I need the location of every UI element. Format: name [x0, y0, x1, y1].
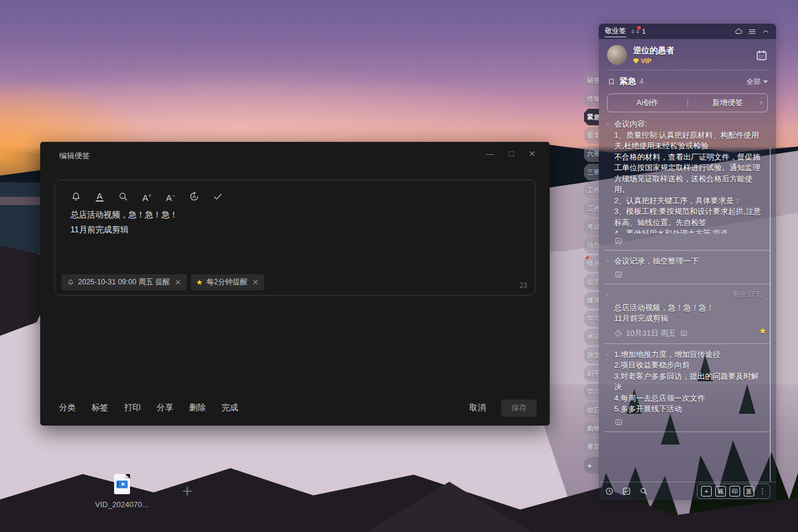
- dialog-footer: 分类标签打印分享删除完成 取消 保存: [59, 399, 537, 417]
- note-content[interactable]: 总店活动视频，急！急！急！11月前完成剪辑: [55, 202, 535, 237]
- filter-dropdown[interactable]: 全部: [747, 77, 768, 87]
- char-count: 23: [520, 281, 527, 290]
- note-alarm-row: [614, 236, 762, 245]
- category-tab-单词[interactable]: 单词: [584, 329, 599, 345]
- category-tab-工作[interactable]: 工作: [584, 182, 599, 199]
- add-category-tab[interactable]: +: [584, 457, 599, 473]
- close-button[interactable]: ✕: [528, 148, 536, 159]
- reminder-alarm-icon: [614, 270, 623, 279]
- calculator-button[interactable]: 算: [744, 486, 754, 497]
- category-tab-传输[interactable]: 传输: [584, 90, 599, 107]
- repeat-reminder-chip[interactable]: ★每2分钟提醒✕: [191, 274, 264, 290]
- toolbar-button-group: +账印算⋮: [697, 484, 770, 499]
- tab-label: 六班: [587, 150, 599, 158]
- more-options-icon[interactable]: ⋮: [759, 487, 766, 495]
- search-icon[interactable]: [639, 486, 648, 496]
- category-tab-购物[interactable]: 购物: [584, 420, 599, 437]
- font-decrease-icon[interactable]: A−: [165, 191, 176, 202]
- complete-button[interactable]: 完成: [222, 403, 238, 413]
- category-count: 4: [640, 77, 644, 86]
- collapse-icon[interactable]: [761, 27, 770, 36]
- ai-create-button[interactable]: Ai创作: [608, 98, 687, 108]
- font-increase-icon[interactable]: A+: [141, 191, 153, 202]
- todo-checkbox-icon[interactable]: [622, 486, 631, 496]
- clock-icon: [614, 329, 622, 338]
- alarm-bell-icon[interactable]: [70, 191, 82, 202]
- menu-icon[interactable]: [748, 27, 757, 36]
- add-attachment-button[interactable]: +: [182, 482, 193, 500]
- remove-chip-icon[interactable]: ✕: [252, 278, 259, 287]
- note-text-line: 1.增加地推力度，增加宣传途径: [614, 349, 762, 361]
- cloud-sync-icon[interactable]: [734, 27, 743, 36]
- cancel-button[interactable]: 取消: [469, 403, 486, 413]
- category-tab-情感[interactable]: 情感: [584, 255, 599, 272]
- note-text-line: 工单位按国家规定取样进行试验。通知监理: [614, 163, 762, 174]
- new-note-button[interactable]: 新增便签: [688, 98, 768, 108]
- note-text-line: 会议记录，抽空整理一下: [614, 256, 762, 267]
- category-tab-秘密[interactable]: 秘密: [584, 72, 599, 89]
- panel-action-bar: Ai创作 新增便签 +: [607, 93, 768, 112]
- app-title[interactable]: 敬业签: [605, 26, 626, 37]
- category-tab-考试[interactable]: 考试: [584, 219, 599, 235]
- category-tab-旅游[interactable]: 旅游: [584, 347, 599, 364]
- category-tab-待办[interactable]: 待办: [584, 237, 599, 254]
- tag-button[interactable]: 标签: [92, 403, 108, 413]
- notes-panel: 敬业签 1 逆位的愚者 VIP 紧急 4 全部 Ai创作: [599, 24, 776, 500]
- share-button[interactable]: 分享: [157, 403, 173, 413]
- print-button[interactable]: 打印: [124, 403, 141, 413]
- print-button[interactable]: 印: [729, 486, 740, 497]
- tab-label: 剁手: [587, 369, 599, 378]
- play-icon: [116, 481, 128, 488]
- category-tab-紧急[interactable]: 紧急: [584, 109, 599, 125]
- note-item[interactable]: ·1.增加地推力度，增加宣传途径2.项目收益要稳步向前3.对老客户多多回访，提出…: [605, 344, 770, 432]
- note-item[interactable]: 剩余17天·总店活动视频，急！急！急！11月前完成剪辑10月31日 周五★: [605, 284, 770, 344]
- note-text-line: 关,杜绝使用未经检验或检验: [614, 141, 762, 152]
- category-tab-学习[interactable]: 学习: [584, 310, 599, 327]
- category-tab-健康[interactable]: 健康: [584, 292, 599, 309]
- star-icon: ★: [759, 326, 767, 336]
- category-tab-重要[interactable]: 重要: [584, 127, 599, 144]
- category-tab-学习[interactable]: 学习: [584, 384, 599, 400]
- star-icon: ★: [196, 278, 203, 286]
- account-book-button[interactable]: 账: [715, 486, 726, 497]
- tab-label: 假日: [587, 406, 599, 415]
- dialog-title: 编辑便签: [59, 151, 90, 161]
- confirm-check-icon[interactable]: [212, 191, 223, 202]
- timeline-clock-icon[interactable]: [605, 486, 614, 496]
- scrollbar[interactable]: [770, 148, 771, 482]
- reminder-alarm-icon: [614, 236, 623, 245]
- maximize-button[interactable]: □: [509, 148, 514, 159]
- category-tab-三班[interactable]: 三班: [584, 164, 599, 180]
- classify-button[interactable]: 分类: [59, 403, 76, 413]
- category-tab-会员[interactable]: 会员: [584, 274, 599, 290]
- note-text-line: 标高、轴线位置。先自检签: [614, 218, 762, 229]
- avatar[interactable]: [607, 45, 627, 65]
- unread-dot: [585, 255, 589, 259]
- note-editor[interactable]: AA+A−A 总店活动视频，急！急！急！11月前完成剪辑 2025-10-31 …: [54, 180, 536, 296]
- category-tab-番茄[interactable]: 番茄: [584, 439, 599, 455]
- category-tab-剁手[interactable]: 剁手: [584, 365, 599, 382]
- calendar-icon[interactable]: [755, 49, 768, 61]
- category-tab-假日[interactable]: 假日: [584, 402, 599, 419]
- add-tab-label: +: [587, 460, 592, 471]
- category-tab-六班[interactable]: 六班: [584, 145, 599, 162]
- reminder-time-chip[interactable]: 2025-10-31 09:00 周五 提醒✕: [61, 274, 187, 290]
- attachment-video[interactable]: VID_2024070...: [95, 474, 149, 509]
- font-color-icon[interactable]: A: [94, 191, 105, 202]
- quick-pin-icon[interactable]: +: [759, 99, 763, 107]
- note-item[interactable]: ·会议内容:1、质量控制:认真把好原材料、构配件使用关,杜绝使用未经检验或检验不…: [605, 113, 770, 251]
- user-name: 逆位的愚者: [633, 46, 750, 56]
- category-tab-工作[interactable]: 工作: [584, 200, 599, 217]
- quick-new-note-button[interactable]: +: [701, 486, 712, 497]
- save-button[interactable]: 保存: [501, 400, 537, 417]
- note-text-line: 5.多多开展线下活动: [614, 404, 762, 415]
- notification-bell-icon[interactable]: [631, 27, 640, 36]
- user-row: 逆位的愚者 VIP: [599, 39, 776, 69]
- minimize-button[interactable]: —: [486, 148, 494, 159]
- category-name[interactable]: 紧急: [619, 76, 636, 87]
- search-icon[interactable]: [118, 191, 129, 202]
- note-item[interactable]: ·会议记录，抽空整理一下: [605, 251, 770, 284]
- remove-chip-icon[interactable]: ✕: [175, 278, 181, 287]
- delete-button[interactable]: 删除: [189, 403, 206, 413]
- read-aloud-icon[interactable]: A: [189, 191, 200, 202]
